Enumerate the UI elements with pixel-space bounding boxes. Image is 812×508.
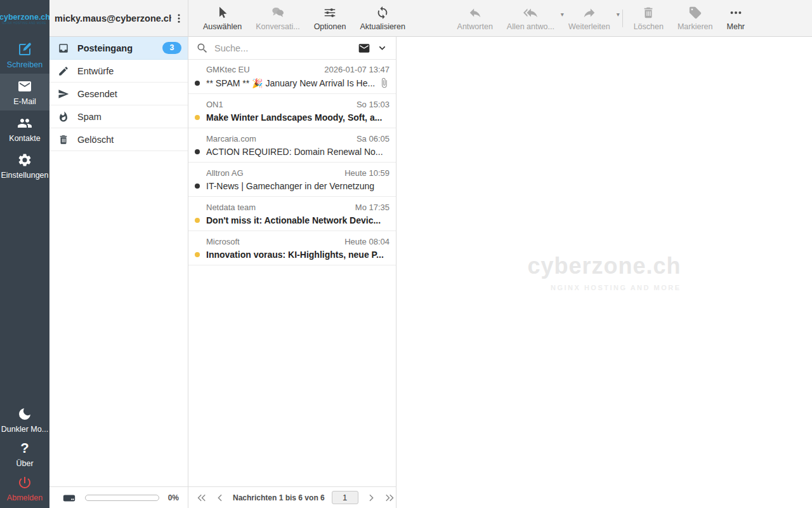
toolbar-button[interactable]: Löschen ▾	[622, 0, 671, 36]
folder-label: Gesendet	[77, 89, 188, 99]
envelope-icon	[17, 79, 32, 94]
unread-count-badge: 3	[162, 42, 181, 54]
sidebar-item[interactable]: Abmelden	[0, 471, 49, 505]
message-subject: IT-News | Gamechanger in der Vernetzung	[206, 181, 390, 191]
sidebar-item[interactable]: ? Über	[0, 437, 49, 471]
page-number-input[interactable]: 1	[332, 491, 358, 504]
folder-label: Spam	[77, 112, 188, 122]
folder-label: Gelöscht	[77, 135, 188, 145]
background-watermark: cyberzone.ch NGINX HOSTING AND MORE	[527, 253, 681, 291]
toolbar-button[interactable]: Mehr ▾	[720, 0, 752, 36]
message-list-item[interactable]: Microsoft Heute 08:04 Innovation voraus:…	[188, 231, 396, 265]
message-status-dot	[195, 252, 200, 257]
message-subject: ACTION REQUIRED: Domain Renewal No...	[206, 147, 390, 157]
reply-icon	[468, 6, 482, 20]
webmail-app: cyberzone.ch NGINX HOSTING AND MORE Schr…	[0, 0, 812, 508]
message-list-item[interactable]: Netdata team Mo 17:35 Don't miss it: Act…	[188, 197, 396, 231]
message-status-dot	[195, 81, 200, 86]
toolbar-button[interactable]: Allen antwo... ▾	[500, 0, 561, 36]
folder-item[interactable]: Entwürfe	[49, 60, 188, 83]
sidebar-item[interactable]: Kontakte	[0, 110, 49, 147]
toolbar-button-label: Weiterleiten	[568, 22, 610, 31]
app-sidebar: cyberzone.ch NGINX HOSTING AND MORE Schr…	[0, 0, 49, 508]
send-icon	[58, 88, 69, 100]
sidebar-item-label: Abmelden	[7, 493, 43, 502]
message-status-dot	[195, 218, 200, 223]
message-list-panel: GMKtec EU 2026-01-07 13:47 ** SPAM ** 🎉 …	[188, 37, 396, 508]
toolbar-button[interactable]: Konversati... ▾	[249, 0, 306, 36]
first-page-button[interactable]	[196, 492, 207, 504]
message-list-item[interactable]: Alltron AG Heute 10:59 IT-News | Gamecha…	[188, 163, 396, 197]
folder-item[interactable]: Gesendet	[49, 83, 188, 105]
chat-icon	[271, 6, 285, 20]
sidebar-item-label: Einstellungen	[1, 171, 48, 180]
toolbar-button[interactable]: Antworten ▾	[450, 0, 500, 36]
toolbar-button[interactable]: Aktualisieren ▾	[353, 0, 412, 36]
folders-panel: micky.maus@cyberzone.ch Posteingang 3 En…	[49, 0, 188, 508]
toolbar-right-group: Antworten ▾ Allen antwo... ▾ Weiterleite…	[450, 0, 812, 36]
sidebar-item-label: E-Mail	[13, 97, 36, 106]
brand-logo-title: cyberzone.ch	[0, 13, 50, 22]
message-sender: Netdata team	[206, 203, 350, 212]
folder-list: Posteingang 3 Entwürfe Gesendet Spam Gel…	[49, 37, 188, 486]
message-subject: Innovation voraus: KI-Highlights, neue P…	[206, 250, 390, 260]
svg-text:?: ?	[20, 441, 29, 456]
message-list-item[interactable]: GMKtec EU 2026-01-07 13:47 ** SPAM ** 🎉 …	[188, 60, 396, 94]
folder-label: Entwürfe	[77, 66, 188, 76]
message-status-dot	[195, 149, 200, 154]
sidebar-item[interactable]: E-Mail	[0, 74, 49, 110]
sliders-icon	[323, 6, 337, 20]
message-sender: Marcaria.com	[206, 134, 351, 144]
watermark-tagline: NGINX HOSTING AND MORE	[527, 284, 681, 291]
moon-icon	[17, 406, 32, 422]
refresh-icon	[376, 6, 390, 20]
toolbar-button-label: Optionen	[314, 22, 346, 31]
message-sender: Alltron AG	[206, 168, 339, 178]
message-date: Mo 17:35	[355, 203, 390, 212]
toolbar-button-label: Mehr	[727, 22, 745, 31]
last-page-button[interactable]	[384, 492, 395, 504]
toolbar-button[interactable]: Markieren ▾	[671, 0, 720, 36]
search-options-chevron-down-icon[interactable]	[376, 42, 388, 54]
sidebar-item[interactable]: Einstellungen	[0, 147, 49, 184]
sidebar-item[interactable]: Dunkler Mo...	[0, 403, 49, 437]
message-sender: Microsoft	[206, 237, 339, 246]
message-subject: Don't miss it: Actionable Network Devic.…	[206, 215, 390, 225]
toolbar-button[interactable]: Auswählen ▾	[196, 0, 249, 36]
folder-label: Posteingang	[77, 43, 154, 53]
sidebar-item-label: Über	[16, 459, 33, 468]
toolbar-button-label: Löschen	[634, 22, 664, 31]
message-list-item[interactable]: ON1 So 15:03 Make Winter Landscapes Mood…	[188, 94, 396, 128]
gear-icon	[17, 152, 32, 168]
pagination-label: Nachrichten 1 bis 6 von 6	[233, 493, 325, 502]
folder-item[interactable]: Spam	[49, 105, 188, 128]
account-email: micky.maus@cyberzone.ch	[55, 13, 171, 23]
search-input[interactable]	[214, 43, 352, 53]
message-date: So 15:03	[357, 100, 390, 109]
sidebar-item[interactable]: Schreiben	[0, 37, 49, 74]
message-list: GMKtec EU 2026-01-07 13:47 ** SPAM ** 🎉 …	[188, 60, 396, 486]
toolbar-button[interactable]: Optionen ▾	[307, 0, 353, 36]
content-area: Auswählen ▾ Konversati... ▾ Optionen ▾ A…	[188, 0, 812, 508]
toolbar-button-label: Aktualisieren	[360, 22, 405, 31]
toolbar-left-group: Auswählen ▾ Konversati... ▾ Optionen ▾ A…	[196, 0, 412, 36]
message-date: 2026-01-07 13:47	[324, 65, 390, 74]
toolbar-button[interactable]: Weiterleiten ▾	[561, 0, 617, 36]
search-scope-envelope-icon[interactable]	[358, 42, 370, 55]
reply-all-icon	[523, 6, 537, 20]
message-sender: ON1	[206, 100, 351, 109]
next-page-button[interactable]	[365, 492, 377, 504]
dropdown-caret-icon[interactable]: ▾	[617, 11, 620, 18]
message-subject: ** SPAM ** 🎉 January New Arrival Is He..…	[206, 78, 376, 88]
message-status-dot	[195, 115, 200, 120]
folder-item[interactable]: Posteingang 3	[49, 37, 188, 60]
brand-logo: cyberzone.ch NGINX HOSTING AND MORE	[0, 0, 49, 37]
sidebar-item-label: Schreiben	[7, 60, 43, 69]
quota-percent: 0%	[168, 493, 179, 502]
account-menu-kebab-icon[interactable]	[173, 13, 185, 24]
message-list-item[interactable]: Marcaria.com Sa 06:05 ACTION REQUIRED: D…	[188, 128, 396, 163]
paperclip-icon	[379, 77, 390, 88]
prev-page-button[interactable]	[214, 492, 226, 504]
trash-icon	[641, 6, 655, 20]
folder-item[interactable]: Gelöscht	[49, 128, 188, 151]
